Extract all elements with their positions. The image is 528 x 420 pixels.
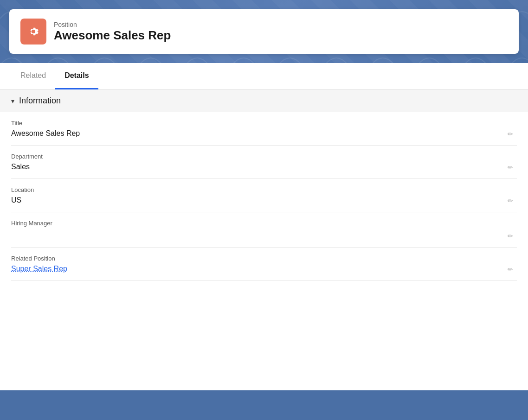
gear-icon: [27, 25, 40, 38]
department-label: Department: [11, 153, 517, 160]
title-edit-icon[interactable]: ✏: [508, 130, 513, 138]
hiring-manager-label: Hiring Manager: [11, 220, 517, 227]
main-content: Related Details ▾ Information Title Awes…: [0, 63, 528, 390]
related-position-label: Related Position: [11, 255, 517, 262]
section-title: Information: [19, 96, 61, 106]
fields-container: Title Awesome Sales Rep ✏ Department Sal…: [0, 112, 528, 281]
location-value: US: [11, 196, 517, 204]
position-icon: [20, 19, 46, 45]
location-label: Location: [11, 186, 517, 193]
related-position-field-row: Related Position Super Sales Rep ✏: [11, 248, 517, 281]
related-position-edit-icon[interactable]: ✏: [508, 266, 513, 273]
header-text: Position Awesome Sales Rep: [54, 21, 171, 43]
location-edit-icon[interactable]: ✏: [508, 197, 513, 204]
tabs-container: Related Details: [0, 63, 528, 89]
header-title: Awesome Sales Rep: [54, 28, 171, 43]
chevron-down-icon: ▾: [11, 97, 14, 105]
title-label: Title: [11, 120, 517, 127]
information-section-header[interactable]: ▾ Information: [0, 89, 528, 112]
tab-details[interactable]: Details: [55, 63, 98, 89]
hiring-manager-edit-icon[interactable]: ✏: [508, 232, 513, 240]
department-edit-icon[interactable]: ✏: [508, 164, 513, 171]
department-value: Sales: [11, 163, 517, 171]
tab-related[interactable]: Related: [11, 63, 55, 89]
hiring-manager-value: [11, 229, 517, 240]
header-card: Position Awesome Sales Rep: [9, 9, 519, 54]
location-field-row: Location US ✏: [11, 179, 517, 212]
related-position-value[interactable]: Super Sales Rep: [11, 265, 517, 273]
title-value: Awesome Sales Rep: [11, 129, 517, 138]
header-area: Position Awesome Sales Rep: [0, 0, 528, 63]
title-field-row: Title Awesome Sales Rep ✏: [11, 112, 517, 146]
department-field-row: Department Sales ✏: [11, 146, 517, 179]
header-subtitle: Position: [54, 21, 171, 28]
hiring-manager-field-row: Hiring Manager ✏: [11, 212, 517, 248]
